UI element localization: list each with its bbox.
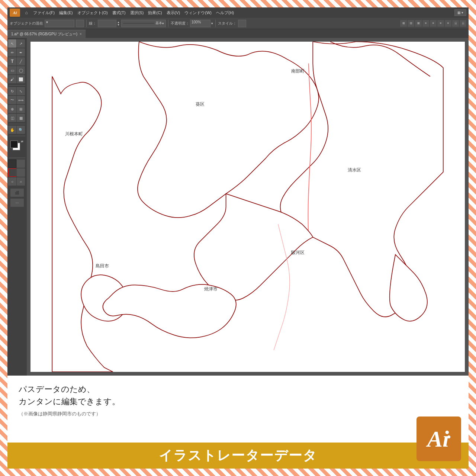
ai-application: Ai ⌂ ファイル(F) 編集(E) オブジェクト(O) 書式(T) 選択(S)… (7, 7, 469, 376)
bar-tool[interactable]: ▦ (17, 114, 25, 122)
mesh-tool[interactable]: ⊞ (17, 105, 25, 113)
bottom-main-text: パスデータのため、 カンタンに編集できます。 (19, 383, 457, 408)
bottom-sub-text: （※画像は静岡県静岡市のものです） (19, 411, 457, 417)
extra-tool-3[interactable] (8, 168, 16, 177)
align-icon-6[interactable]: ≡ (437, 20, 444, 27)
menu-effect[interactable]: 効果(C) (146, 9, 164, 16)
extra-tool-6[interactable]: ○ (17, 177, 25, 186)
tool-sep3 (9, 136, 25, 136)
selection-tools: ↖ ↗ (8, 39, 26, 48)
align-icon-7[interactable]: ≡ (445, 20, 451, 27)
menu-help[interactable]: ヘルプ(H) (214, 9, 236, 16)
stroke-input[interactable] (98, 20, 116, 27)
ai-badge-text: Ai (427, 427, 451, 450)
width-tool[interactable]: ⟺ (17, 96, 25, 104)
align-icon-2[interactable]: ⊟ (408, 20, 414, 27)
blend-tool[interactable]: ⊕ (8, 105, 16, 113)
ai-badge-container: Ai (416, 416, 461, 461)
selection-tool[interactable]: ↖ (8, 39, 16, 48)
zoom-tool[interactable]: 🔍 (17, 126, 25, 134)
canvas-white-area[interactable]: 南部町 葵区 川根本町 清水区 島田市 駿河区 焼津市 (30, 42, 465, 372)
rotate-tool[interactable]: ↻ (8, 87, 16, 95)
eraser-tool[interactable]: ⬜ (17, 75, 25, 83)
left-toolbar: ↖ ↗ ✏ ✒ T ╱ ▭ ◯ (7, 38, 27, 376)
ai-logo-menu: Ai (10, 9, 20, 17)
tool-sep4 (9, 158, 25, 158)
outer-background: Ai ⌂ ファイル(F) 編集(E) オブジェクト(O) 書式(T) 選択(S)… (0, 0, 476, 476)
pen-tool[interactable]: ✏ (8, 48, 16, 57)
paint-tools: 🖌 ⬜ (8, 75, 26, 83)
opacity-input[interactable]: 100% (190, 20, 210, 27)
separator1 (86, 20, 87, 27)
shape-tools: ▭ ◯ (8, 66, 26, 74)
direct-selection-tool[interactable]: ↗ (17, 39, 25, 48)
blend-mode-label: オブジェクトの混在 (10, 21, 43, 26)
menu-bar-right: ▦ ▾ (454, 9, 466, 16)
label-shimada: 島田市 (96, 263, 109, 269)
type-tool[interactable]: T (8, 57, 16, 65)
align-icons: ⊞ ⊟ ⊠ ≡ ≡ ≡ ≡ ⌸ ⌸ (400, 20, 466, 27)
hand-tool[interactable]: ✋ (8, 126, 16, 134)
opacity-group: 不透明度： 100% ▾ (171, 20, 213, 27)
label-nanbucho: 南部町 (291, 68, 305, 74)
ellipse-tool[interactable]: ◯ (17, 66, 25, 74)
extra-tools-3: ○ ○ (8, 177, 26, 186)
blend-tools: ⊕ ⊞ (8, 105, 26, 113)
align-icon-5[interactable]: ≡ (430, 20, 437, 27)
pen-tools: ✏ ✒ (8, 48, 26, 57)
menu-edit[interactable]: 編集(E) (57, 9, 75, 16)
stroke-stepper[interactable]: ▲ ▼ (117, 21, 120, 26)
menu-text[interactable]: 書式(T) (110, 9, 128, 16)
line-tool[interactable]: ╱ (17, 57, 25, 65)
style-label: スタイル： (218, 21, 237, 26)
align-icon-1[interactable]: ⊞ (400, 20, 407, 27)
rectangle-tool[interactable]: ▭ (8, 66, 16, 74)
paintbrush-tool[interactable]: 🖌 (8, 75, 16, 83)
menu-file[interactable]: ファイル(F) (31, 9, 57, 16)
extra-tool-2[interactable] (17, 160, 25, 168)
style-dropdown[interactable] (238, 20, 246, 27)
label-kawanehoncho: 川根本町 (65, 131, 83, 137)
bottom-banner: イラストレーターデータ (7, 443, 469, 469)
foreground-swatch[interactable] (10, 141, 18, 148)
swap-colors-icon[interactable]: ⇄ (21, 140, 25, 144)
gradient-tool[interactable]: ◫ (8, 114, 16, 122)
line-preview[interactable]: 基本 ▾ (121, 20, 166, 27)
menu-window[interactable]: ウィンドウ(W) (183, 9, 213, 16)
home-icon[interactable]: ⌂ (22, 9, 30, 17)
gradient-tools: ◫ ▦ (8, 114, 26, 122)
bottom-info-area: パスデータのため、 カンタンに編集できます。 （※画像は静岡県静岡市のものです） (7, 376, 469, 443)
menu-bar: Ai ⌂ ファイル(F) 編集(E) オブジェクト(O) 書式(T) 選択(S)… (7, 7, 469, 18)
banner-text: イラストレーターデータ (159, 447, 317, 465)
label-yoshida: 焼津市 (204, 286, 218, 292)
blend-icon[interactable] (76, 20, 84, 27)
warp-tools: 〜 ⟺ (8, 96, 26, 104)
nav-tools: ✋ 🔍 (8, 126, 26, 134)
rotate-tools: ↻ ⤡ (8, 87, 26, 95)
warp-tool[interactable]: 〜 (8, 96, 16, 104)
type-tools: T ╱ (8, 57, 26, 65)
extra-tool-1[interactable] (8, 160, 16, 168)
menu-object[interactable]: オブジェクト(O) (75, 9, 110, 16)
tab-close-button[interactable]: × (80, 32, 82, 36)
align-icon-9[interactable]: ⌸ (460, 20, 466, 27)
align-icon-3[interactable]: ⊠ (415, 20, 422, 27)
workspace-button[interactable]: ▦ ▾ (454, 9, 466, 16)
more-tools[interactable]: ··· (10, 199, 24, 207)
extra-tools-2 (8, 168, 26, 177)
align-icon-4[interactable]: ≡ (422, 20, 429, 27)
align-icon-8[interactable]: ⌸ (452, 20, 459, 27)
monitor-tool[interactable]: ⬛ (10, 189, 24, 197)
drawing-canvas: 南部町 葵区 川根本町 清水区 島田市 駿河区 焼津市 (27, 38, 469, 376)
pencil-tool[interactable]: ✒ (17, 48, 25, 57)
extra-tool-4[interactable] (17, 168, 25, 177)
blend-mode-dropdown[interactable]: ▾ (45, 20, 74, 27)
label-suruga: 駿河区 (291, 250, 305, 256)
stroke-label: 線： (89, 21, 96, 26)
tool-sep1 (9, 85, 25, 86)
menu-select[interactable]: 選択(S) (128, 9, 146, 16)
scale-tool[interactable]: ⤡ (17, 87, 25, 95)
extra-tool-5[interactable]: ○ (8, 177, 16, 186)
menu-view[interactable]: 表示(V) (165, 9, 182, 16)
document-tab[interactable]: 1.ai* @ 66.67% (RGB/GPU プレビュー) × (7, 30, 86, 38)
